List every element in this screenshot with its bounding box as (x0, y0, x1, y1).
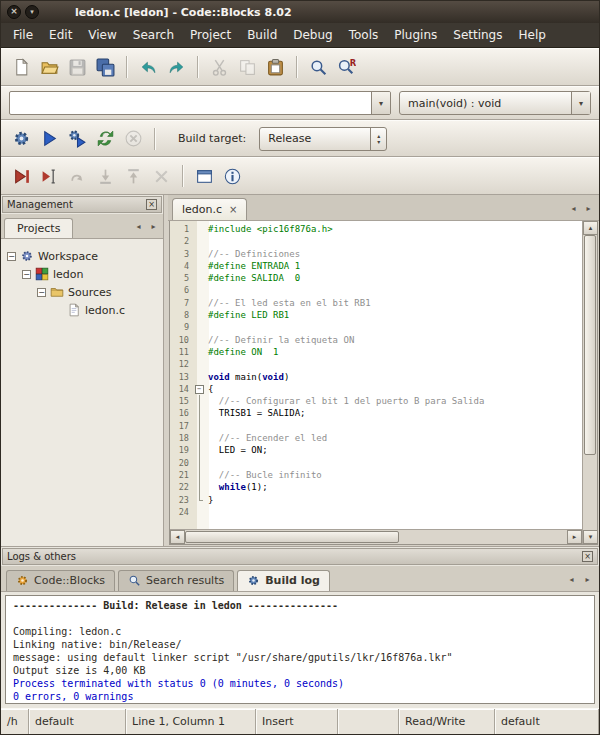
save-all-button[interactable] (93, 55, 118, 80)
menu-item-file[interactable]: File (5, 25, 41, 45)
code-line[interactable]: 6 (170, 284, 582, 296)
scrollbar-thumb[interactable] (185, 531, 399, 543)
next-line-button[interactable] (65, 164, 90, 189)
code-line[interactable]: 14−{ (170, 383, 582, 395)
tree-expander-icon[interactable]: − (37, 288, 46, 297)
code-line[interactable]: 7//-- El led esta en el bit RB1 (170, 297, 582, 309)
code-line[interactable]: 3//-- Definiciones (170, 248, 582, 260)
new-file-button[interactable] (9, 55, 34, 80)
tree-item-ledon[interactable]: −ledon (3, 265, 161, 283)
code-line[interactable]: 10//-- Definir la etiqueta ON (170, 334, 582, 346)
tree-item-workspace[interactable]: −Workspace (3, 247, 161, 265)
step-out-button[interactable] (121, 164, 146, 189)
window-menu-icon[interactable] (25, 5, 39, 19)
code-line[interactable]: 2 (170, 235, 582, 247)
close-icon[interactable] (582, 551, 593, 562)
tab-scroll-right-icon[interactable] (147, 220, 160, 233)
tab-build-log[interactable]: Build log (237, 570, 330, 591)
save-file-button[interactable] (65, 55, 90, 80)
scope-combobox-value[interactable] (10, 92, 371, 114)
code-line[interactable]: 11#define ON 1 (170, 346, 582, 358)
code-line[interactable]: 19 LED = ON; (170, 444, 582, 456)
tab-close-icon[interactable]: × (229, 205, 237, 215)
code-line[interactable]: 12 (170, 358, 582, 370)
code-editor[interactable]: 1#include <pic16f876a.h>23//-- Definicio… (170, 221, 582, 529)
code-line[interactable]: 21 //-- Bucle infinito (170, 469, 582, 481)
cut-button[interactable] (207, 55, 232, 80)
code-line[interactable]: 1#include <pic16f876a.h> (170, 223, 582, 235)
tree-expander-icon[interactable]: − (7, 252, 16, 261)
window-close-icon[interactable] (7, 5, 21, 19)
tab-scroll-left-icon[interactable] (132, 220, 145, 233)
paste-button[interactable] (263, 55, 288, 80)
redo-button[interactable] (164, 55, 189, 80)
menu-item-search[interactable]: Search (125, 25, 182, 45)
tab-code-blocks[interactable]: Code::Blocks (6, 570, 115, 591)
code-line[interactable]: 17 (170, 420, 582, 432)
scope-combobox[interactable] (9, 91, 391, 115)
fold-collapse-icon[interactable]: − (195, 385, 204, 394)
rebuild-button[interactable] (93, 126, 118, 151)
compile-button[interactable] (9, 126, 34, 151)
run-button[interactable] (37, 126, 62, 151)
scrollbar-thumb[interactable] (584, 235, 596, 455)
tab-projects[interactable]: Projects (4, 218, 73, 238)
code-line[interactable]: 22 while(1); (170, 481, 582, 493)
editor-tab-ledon-c[interactable]: ledon.c× (172, 198, 247, 220)
scroll-up-icon[interactable] (583, 221, 598, 235)
replace-button[interactable]: R (334, 55, 359, 80)
code-line[interactable]: 13void main(void) (170, 371, 582, 383)
code-line[interactable]: 20 (170, 457, 582, 469)
menu-item-settings[interactable]: Settings (445, 25, 510, 45)
menu-item-tools[interactable]: Tools (341, 25, 387, 45)
menu-item-debug[interactable]: Debug (285, 25, 340, 45)
code-line[interactable]: 9 (170, 321, 582, 333)
info-button[interactable] (220, 164, 245, 189)
menu-item-view[interactable]: View (80, 25, 124, 45)
horizontal-scrollbar[interactable] (170, 529, 582, 544)
menu-item-help[interactable]: Help (510, 25, 553, 45)
code-line[interactable]: 16 TRISB1 = SALIDA; (170, 407, 582, 419)
code-line[interactable]: 15 //-- Configurar el bit 1 del puerto B… (170, 395, 582, 407)
tab-scroll-right-icon[interactable] (581, 573, 594, 586)
debug-continue-button[interactable] (9, 164, 34, 189)
code-line[interactable]: 5#define SALIDA 0 (170, 272, 582, 284)
stop-debugger-button[interactable] (149, 164, 174, 189)
code-line[interactable]: 23} (170, 494, 582, 506)
tree-expander-icon[interactable]: − (22, 270, 31, 279)
tab-scroll-right-icon[interactable] (582, 202, 595, 215)
menu-item-project[interactable]: Project (182, 25, 239, 45)
code-line[interactable]: 8#define LED RB1 (170, 309, 582, 321)
run-to-cursor-button[interactable] (37, 164, 62, 189)
build-target-combobox[interactable]: Release (259, 127, 387, 151)
scrollbar-track[interactable] (583, 455, 597, 530)
step-into-button[interactable] (93, 164, 118, 189)
menu-item-build[interactable]: Build (239, 25, 285, 45)
menu-item-plugins[interactable]: Plugins (386, 25, 445, 45)
scroll-left-icon[interactable] (170, 530, 185, 544)
code-line[interactable]: 24 (170, 506, 582, 518)
find-button[interactable] (306, 55, 331, 80)
menu-item-edit[interactable]: Edit (41, 25, 80, 45)
scroll-down-icon[interactable] (583, 530, 598, 544)
spinner-icon[interactable] (370, 128, 386, 150)
tree-item-ledon-c[interactable]: ledon.c (3, 301, 161, 319)
copy-button[interactable] (235, 55, 260, 80)
open-file-button[interactable] (37, 55, 62, 80)
close-icon[interactable] (146, 199, 157, 210)
tree-item-sources[interactable]: −Sources (3, 283, 161, 301)
scroll-right-icon[interactable] (567, 530, 582, 544)
code-line[interactable]: 18 //-- Encender el led (170, 432, 582, 444)
abort-button[interactable] (121, 126, 146, 151)
tab-scroll-left-icon[interactable] (567, 202, 580, 215)
undo-button[interactable] (136, 55, 161, 80)
vertical-scrollbar[interactable] (582, 221, 597, 544)
symbol-combobox[interactable]: main(void) : void (399, 91, 591, 115)
debugging-windows-button[interactable] (192, 164, 217, 189)
compile-and-run-button[interactable] (65, 126, 90, 151)
code-line[interactable]: 4#define ENTRADA 1 (170, 260, 582, 272)
tab-search-results[interactable]: Search results (118, 570, 234, 591)
chevron-down-icon[interactable] (571, 92, 590, 114)
tab-scroll-left-icon[interactable] (565, 573, 578, 586)
chevron-down-icon[interactable] (371, 92, 390, 114)
